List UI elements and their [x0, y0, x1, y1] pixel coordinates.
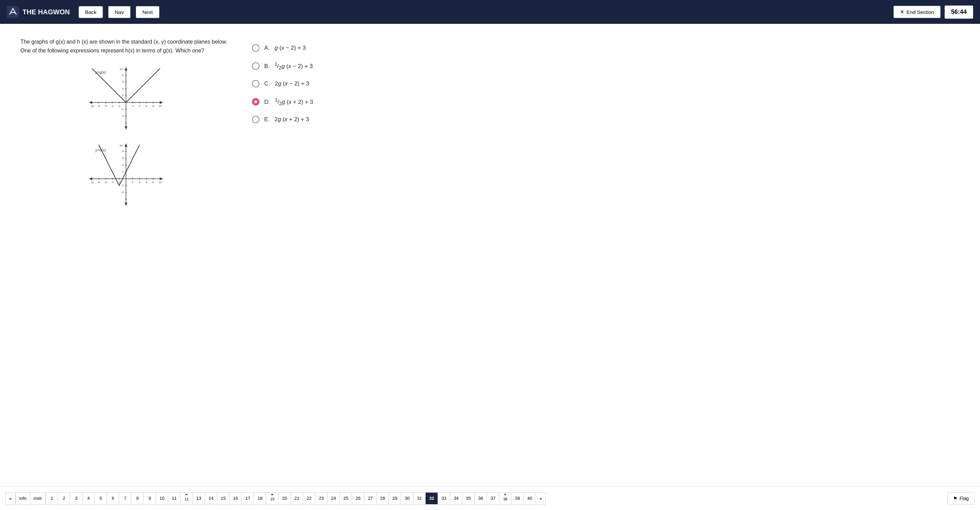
nav-num-19[interactable]: ⚑19: [266, 492, 278, 505]
nav-num-8[interactable]: 8: [131, 492, 144, 505]
logo-icon: [7, 6, 19, 18]
svg-marker-46: [125, 203, 127, 206]
nav-num-29[interactable]: 29: [389, 492, 401, 505]
nav-num-40[interactable]: 40: [524, 492, 536, 505]
next-button[interactable]: Next: [136, 6, 159, 18]
radio-E[interactable]: [252, 116, 259, 123]
nav-button[interactable]: Nav: [108, 6, 130, 18]
nav-num-21[interactable]: 21: [291, 492, 303, 505]
radio-D[interactable]: [252, 98, 259, 106]
prev-arrow[interactable]: «: [5, 492, 16, 505]
nav-num-26[interactable]: 26: [352, 492, 364, 505]
graph-bottom-svg: -10 -8 -6 -4 -2 2 4 6 8 10 2 4 6 8 10 -2: [89, 141, 164, 210]
nav-num-33[interactable]: 33: [438, 492, 450, 505]
answer-option-D[interactable]: D. 1/2g (x + 2) + 3: [252, 97, 959, 106]
question-text: The graphs of g(x) and h (x) are shown i…: [21, 37, 232, 55]
nav-num-12[interactable]: ⚑12: [180, 492, 193, 505]
nav-num-24[interactable]: 24: [328, 492, 340, 505]
nav-num-14[interactable]: 14: [205, 492, 217, 505]
svg-text:-10: -10: [90, 105, 94, 108]
nav-num-37[interactable]: 37: [487, 492, 499, 505]
answer-option-A[interactable]: A. g (x − 2) + 3: [252, 44, 959, 52]
answer-label-C: C. 2g (x − 2) + 3: [264, 80, 309, 87]
graphs-container: -10 -8 -6 -4 -2 2 4 6 8 10 2 4 6 8 10 -2: [21, 65, 232, 211]
nav-num-16[interactable]: 16: [229, 492, 242, 505]
end-section-button[interactable]: ✕ End Section: [894, 6, 940, 18]
nav-num-11[interactable]: 11: [168, 492, 180, 505]
info-label[interactable]: info: [16, 492, 30, 505]
svg-text:8: 8: [153, 105, 154, 108]
nav-num-4[interactable]: 4: [83, 492, 95, 505]
graph-top-svg: -10 -8 -6 -4 -2 2 4 6 8 10 2 4 6 8 10 -2: [89, 65, 164, 133]
nav-num-1[interactable]: 1: [46, 492, 58, 505]
svg-text:-8: -8: [97, 181, 100, 184]
nav-num-22[interactable]: 22: [303, 492, 315, 505]
next-arrow[interactable]: »: [536, 492, 546, 505]
svg-text:2: 2: [132, 105, 134, 108]
svg-text:y=h(x): y=h(x): [95, 148, 106, 152]
nav-num-27[interactable]: 27: [364, 492, 377, 505]
svg-text:4: 4: [122, 87, 124, 90]
nav-num-34[interactable]: 34: [450, 492, 462, 505]
nav-num-31[interactable]: 31: [414, 492, 426, 505]
nav-num-13[interactable]: 13: [193, 492, 205, 505]
nav-num-18[interactable]: 18: [254, 492, 266, 505]
nav-num-15[interactable]: 15: [217, 492, 229, 505]
answer-label-D: D. 1/2g (x + 2) + 3: [264, 97, 313, 106]
nav-num-9[interactable]: 9: [144, 492, 156, 505]
nav-num-38[interactable]: ⚑38: [499, 492, 511, 505]
back-button[interactable]: Back: [79, 6, 103, 18]
answer-option-C[interactable]: C. 2g (x − 2) + 3: [252, 80, 959, 87]
svg-text:8: 8: [153, 181, 154, 184]
nav-numbers: 1234567891011⚑12131415161718⚑19202122232…: [46, 492, 536, 505]
svg-text:-2: -2: [121, 108, 124, 111]
svg-text:-4: -4: [121, 191, 124, 194]
nav-num-5[interactable]: 5: [95, 492, 107, 505]
svg-text:-4: -4: [111, 181, 114, 184]
answer-label-B: B. 1/2g (x − 2) + 3: [264, 61, 313, 70]
flag-label: Flag: [959, 496, 969, 501]
answers-area: A. g (x − 2) + 3 B. 1/2g (x − 2) + 3 C. …: [252, 37, 959, 473]
svg-text:-2: -2: [118, 105, 121, 108]
flag-icon: ⚑: [953, 496, 958, 501]
nav-num-32[interactable]: 32: [426, 492, 438, 505]
svg-text:-10: -10: [90, 181, 94, 184]
nav-num-30[interactable]: 30: [401, 492, 414, 505]
nav-num-23[interactable]: 23: [315, 492, 328, 505]
svg-text:2: 2: [122, 94, 124, 97]
nav-num-20[interactable]: 20: [278, 492, 291, 505]
svg-text:6: 6: [146, 181, 148, 184]
nav-num-2[interactable]: 2: [58, 492, 70, 505]
logo-text: THE HAGWON: [22, 8, 70, 16]
nav-num-25[interactable]: 25: [340, 492, 352, 505]
svg-text:4: 4: [122, 164, 124, 167]
answer-option-E[interactable]: E. 2g (x + 2) + 3: [252, 116, 959, 123]
nav-num-35[interactable]: 35: [462, 492, 475, 505]
svg-text:-6: -6: [104, 181, 107, 184]
svg-text:10: 10: [159, 105, 162, 108]
radio-C[interactable]: [252, 80, 259, 87]
svg-text:-2: -2: [121, 184, 124, 187]
nav-num-17[interactable]: 17: [242, 492, 254, 505]
nav-num-39[interactable]: 39: [511, 492, 524, 505]
radio-B[interactable]: [252, 62, 259, 70]
svg-marker-3: [125, 67, 127, 70]
svg-text:-4: -4: [121, 114, 124, 118]
header-left: THE HAGWON Back Nav Next: [7, 6, 159, 18]
nav-num-28[interactable]: 28: [377, 492, 389, 505]
radio-A[interactable]: [252, 44, 259, 52]
x-icon: ✕: [900, 9, 904, 15]
nav-num-10[interactable]: 10: [156, 492, 168, 505]
nav-num-7[interactable]: 7: [119, 492, 131, 505]
svg-text:-6: -6: [104, 105, 107, 108]
svg-text:6: 6: [122, 157, 124, 160]
svg-marker-44: [125, 143, 127, 147]
nav-num-36[interactable]: 36: [475, 492, 487, 505]
svg-text:-8: -8: [97, 105, 100, 108]
graph-top: -10 -8 -6 -4 -2 2 4 6 8 10 2 4 6 8 10 -2: [89, 65, 164, 135]
nav-num-6[interactable]: 6: [107, 492, 119, 505]
flag-button[interactable]: ⚑ Flag: [947, 492, 975, 505]
nav-num-3[interactable]: 3: [70, 492, 83, 505]
answer-option-B[interactable]: B. 1/2g (x − 2) + 3: [252, 61, 959, 70]
instr-label[interactable]: instr: [30, 492, 46, 505]
